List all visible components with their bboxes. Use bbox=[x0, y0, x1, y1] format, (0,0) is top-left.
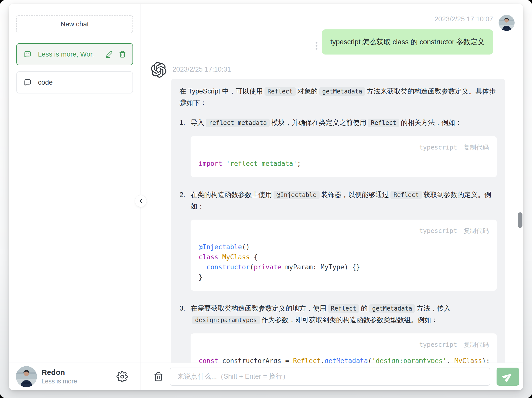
edit-icon[interactable] bbox=[105, 51, 113, 58]
inline-code: Reflect bbox=[368, 119, 399, 127]
chat-bubble-icon bbox=[23, 50, 32, 59]
assistant-list-item: 2.在类的构造函数参数上使用@Injectable装饰器，以便能够通过Refle… bbox=[180, 189, 497, 294]
code-content: const constructorArgs = Reflect.getMetad… bbox=[199, 356, 489, 363]
text-run: 在 TypeScript 中，可以使用 bbox=[180, 87, 263, 95]
delete-conversation-icon[interactable] bbox=[119, 51, 126, 58]
text-run: 在类的构造函数参数上使用 bbox=[191, 191, 272, 198]
message-input[interactable] bbox=[170, 368, 490, 386]
inline-code: Reflect bbox=[390, 191, 422, 199]
message-list: 2023/2/25 17:10:07 typescript 怎么获取 class… bbox=[141, 4, 523, 363]
user-name: Redon bbox=[41, 368, 77, 377]
sidebar-item-conversation-active[interactable]: Less is more, Wor... bbox=[16, 43, 133, 65]
app-window: New chat Less is more, Wor... bbox=[0, 0, 532, 398]
message-timestamp: 2023/2/25 17:10:07 bbox=[434, 15, 493, 23]
text-run: 的相关方法，例如： bbox=[401, 119, 462, 126]
list-marker: 1. bbox=[180, 117, 191, 181]
code-content: @Injectable()class MyClass { constructor… bbox=[199, 242, 489, 282]
code-language-label: typescript bbox=[419, 142, 457, 153]
send-button[interactable] bbox=[497, 368, 519, 386]
code-content: import 'reflect-metadata'; bbox=[199, 159, 489, 169]
openai-logo-icon bbox=[151, 62, 166, 78]
chat-app-card: New chat Less is more, Wor... bbox=[9, 4, 523, 390]
code-language-label: typescript bbox=[419, 225, 457, 236]
list-marker: 3. bbox=[180, 303, 191, 363]
copy-code-button[interactable]: 复制代码 bbox=[464, 142, 489, 153]
user-avatar bbox=[16, 366, 37, 387]
chat-main: 2023/2/25 17:10:07 typescript 怎么获取 class… bbox=[141, 4, 523, 390]
assistant-list-item: 1.导入reflect-metadata模块，并确保在类定义之前使用Reflec… bbox=[180, 117, 497, 181]
sidebar: New chat Less is more, Wor... bbox=[9, 4, 141, 390]
clear-conversation-icon[interactable] bbox=[153, 372, 163, 382]
scrollbar-thumb[interactable] bbox=[518, 212, 522, 228]
code-block: typescript复制代码@Injectable()class MyClass… bbox=[191, 220, 497, 291]
conversation-title: Less is more, Wor... bbox=[38, 51, 93, 58]
inline-code: reflect-metadata bbox=[206, 119, 270, 127]
sidebar-conversation-list: New chat Less is more, Wor... bbox=[9, 4, 141, 99]
text-run: 作为参数，即可获取到类的构造函数参数类型数组。例如： bbox=[261, 316, 438, 324]
conversation-title: code bbox=[38, 79, 53, 86]
inline-code: Reflect bbox=[328, 304, 359, 313]
text-run: 在需要获取类构造函数参数定义的地方，使用 bbox=[191, 305, 326, 312]
paper-plane-icon bbox=[501, 369, 515, 384]
assistant-paragraph: 在 TypeScript 中，可以使用Reflect对象的getMetadata… bbox=[180, 86, 497, 109]
sidebar-user-footer: Redon Less is more bbox=[9, 363, 141, 390]
text-run: 导入 bbox=[191, 119, 204, 126]
sidebar-item-conversation[interactable]: code bbox=[16, 71, 133, 93]
text-run: 模块，并确保在类定义之前使用 bbox=[271, 119, 366, 126]
message-options-icon[interactable] bbox=[315, 41, 318, 50]
user-avatar bbox=[499, 15, 515, 31]
code-language-label: typescript bbox=[419, 339, 457, 350]
copy-code-button[interactable]: 复制代码 bbox=[464, 339, 489, 350]
assistant-list-item: 3.在需要获取类构造函数参数定义的地方，使用Reflect的getMetadat… bbox=[180, 303, 497, 363]
user-subtitle: Less is more bbox=[41, 378, 77, 385]
chat-bubble-icon bbox=[23, 78, 32, 87]
sidebar-collapse-button[interactable] bbox=[135, 195, 147, 207]
inline-code: @Injectable bbox=[274, 191, 320, 199]
text-run: 方法，传入 bbox=[417, 305, 451, 312]
inline-code: design:paramtypes bbox=[192, 316, 260, 324]
inline-code: getMetadata bbox=[319, 87, 365, 96]
inline-code: getMetadata bbox=[369, 304, 415, 313]
text-run: 对象的 bbox=[297, 87, 318, 95]
settings-gear-icon[interactable] bbox=[116, 371, 128, 382]
list-marker: 2. bbox=[180, 189, 191, 294]
assistant-message-bubble: 在 TypeScript 中，可以使用Reflect对象的getMetadata… bbox=[171, 79, 505, 363]
text-run: 的 bbox=[361, 305, 368, 312]
copy-code-button[interactable]: 复制代码 bbox=[464, 225, 489, 236]
composer-bar bbox=[141, 363, 523, 390]
new-chat-label: New chat bbox=[61, 20, 89, 28]
text-run: 装饰器，以便能够通过 bbox=[321, 191, 389, 198]
code-block: typescript复制代码const constructorArgs = Re… bbox=[191, 333, 497, 363]
user-meta: Redon Less is more bbox=[41, 368, 77, 385]
assistant-message: 2023/2/25 17:10:31 在 TypeScript 中，可以使用Re… bbox=[151, 62, 515, 363]
inline-code: Reflect bbox=[264, 87, 296, 96]
message-timestamp: 2023/2/25 17:10:31 bbox=[172, 65, 515, 74]
new-chat-button[interactable]: New chat bbox=[16, 15, 133, 33]
user-message-bubble: typescript 怎么获取 class 的 constructor 参数定义 bbox=[322, 29, 493, 55]
user-message: 2023/2/25 17:10:07 typescript 怎么获取 class… bbox=[151, 15, 515, 55]
code-block: typescript复制代码import 'reflect-metadata'; bbox=[191, 136, 497, 177]
